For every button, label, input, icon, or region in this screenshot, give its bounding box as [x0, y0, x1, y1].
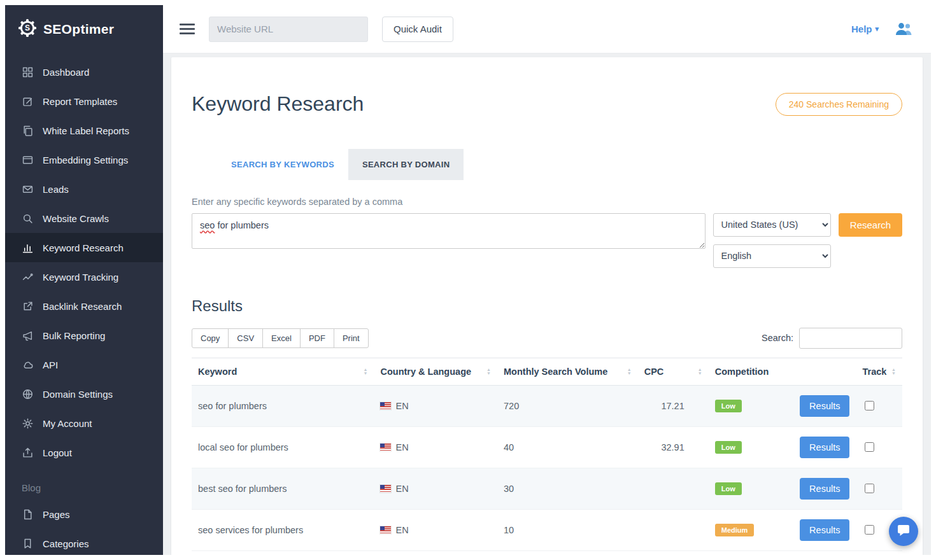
column-header-keyword[interactable]: Keyword▲▼ — [192, 358, 374, 385]
search-volume-cell: 40 — [497, 426, 638, 468]
keywords-field-label: Enter any specific keywords separated by… — [192, 197, 902, 207]
embedding-settings-icon — [22, 154, 33, 165]
cpc-cell: 32.91 — [638, 426, 709, 468]
sidebar-item-domain-settings[interactable]: Domain Settings — [5, 379, 163, 409]
keyword-research-card: Keyword Research 240 Searches Remaining … — [171, 57, 923, 555]
sidebar-item-label: Keyword Research — [43, 242, 124, 253]
tab-search-by-keywords[interactable]: SEARCH BY KEYWORDS — [217, 149, 348, 180]
sort-icon[interactable]: ▲▼ — [364, 368, 368, 375]
results-table-body: seo for plumbersEN72017.21LowResultsloca… — [192, 385, 902, 550]
sidebar-item-report-templates[interactable]: Report Templates — [5, 87, 163, 116]
language-label: EN — [395, 484, 408, 494]
column-header-cpc[interactable]: CPC▲▼ — [638, 358, 709, 385]
us-flag-icon — [380, 402, 391, 410]
sidebar-item-keyword-tracking[interactable]: Keyword Tracking — [5, 262, 163, 291]
search-volume-cell: 720 — [497, 385, 638, 426]
website-crawls-icon — [22, 213, 33, 224]
quick-audit-button[interactable]: Quick Audit — [382, 17, 453, 42]
us-flag-icon — [380, 444, 391, 451]
search-volume-cell: 10 — [497, 509, 638, 550]
action-cell: Results — [793, 468, 856, 509]
country-select[interactable]: United States (US) — [713, 213, 831, 237]
table-search-input[interactable] — [799, 328, 902, 349]
report-templates-icon — [22, 95, 33, 107]
results-button[interactable]: Results — [800, 437, 849, 458]
brand-logo[interactable]: S SEOptimer — [5, 5, 163, 53]
sort-icon[interactable]: ▲▼ — [486, 368, 491, 375]
language-select[interactable]: English — [713, 244, 831, 268]
sidebar-item-label: Embedding Settings — [43, 155, 128, 165]
column-header-label: Monthly Search Volume — [504, 367, 607, 377]
sidebar-item-logout[interactable]: Logout — [5, 438, 163, 467]
sidebar-item-keyword-research[interactable]: Keyword Research — [5, 233, 163, 262]
column-header-label: Country & Language — [380, 367, 471, 377]
my-account-icon — [22, 417, 33, 429]
export-copy-button[interactable]: Copy — [192, 328, 229, 348]
white-label-reports-icon — [22, 125, 33, 136]
results-button[interactable]: Results — [800, 478, 849, 500]
column-header-label: CPC — [644, 367, 664, 377]
table-header-row: Keyword▲▼Country & Language▲▼Monthly Sea… — [192, 358, 902, 385]
backlink-research-icon — [22, 300, 33, 312]
competition-cell: Low — [709, 468, 793, 509]
website-url-input[interactable] — [209, 17, 368, 42]
results-table: Keyword▲▼Country & Language▲▼Monthly Sea… — [192, 358, 902, 551]
chat-widget-button[interactable] — [889, 517, 918, 546]
column-header-country[interactable]: Country & Language▲▼ — [374, 358, 497, 385]
export-pdf-button[interactable]: PDF — [300, 328, 334, 348]
keywords-input[interactable]: seo for plumbers — [192, 213, 706, 249]
sidebar-item-categories[interactable]: Categories — [5, 529, 163, 555]
caret-down-icon: ▾ — [875, 25, 879, 33]
sidebar-item-pages[interactable]: Pages — [5, 500, 163, 529]
sidebar-item-label: Website Crawls — [43, 213, 109, 224]
results-button[interactable]: Results — [800, 519, 849, 541]
sidebar-item-api[interactable]: API — [5, 350, 163, 379]
sort-icon[interactable]: ▲▼ — [698, 368, 702, 375]
export-excel-button[interactable]: Excel — [262, 328, 301, 348]
sort-desc-icon: ▼ — [891, 372, 896, 375]
track-checkbox[interactable] — [865, 442, 874, 452]
sidebar-item-embedding-settings[interactable]: Embedding Settings — [5, 145, 163, 174]
sidebar-item-dashboard[interactable]: Dashboard — [5, 57, 163, 87]
sort-icon[interactable]: ▲▼ — [891, 368, 896, 375]
sidebar-item-bulk-reporting[interactable]: Bulk Reporting — [5, 321, 163, 350]
export-print-button[interactable]: Print — [334, 328, 369, 348]
competition-badge: Low — [715, 400, 742, 412]
track-checkbox[interactable] — [865, 401, 874, 410]
tab-search-by-domain[interactable]: SEARCH BY DOMAIN — [348, 149, 464, 180]
export-csv-button[interactable]: CSV — [228, 328, 263, 348]
account-users-icon[interactable] — [894, 21, 914, 37]
keyword-cell: local seo for plumbers — [192, 426, 374, 468]
country-language-cell: EN — [374, 426, 497, 468]
main-area: Quick Audit Help ▾ — [163, 5, 931, 555]
dashboard-icon — [22, 66, 33, 78]
track-checkbox[interactable] — [865, 484, 874, 493]
misspelled-word: seo — [200, 220, 215, 230]
sort-icon[interactable]: ▲▼ — [627, 368, 632, 375]
us-flag-icon — [380, 485, 391, 493]
sidebar-item-backlink-research[interactable]: Backlink Research — [5, 291, 163, 321]
country-language-cell: EN — [374, 385, 497, 426]
language-label: EN — [395, 442, 408, 452]
sidebar-item-website-crawls[interactable]: Website Crawls — [5, 204, 163, 233]
topbar: Quick Audit Help ▾ — [163, 5, 931, 53]
column-header-volume[interactable]: Monthly Search Volume▲▼ — [497, 358, 638, 385]
logout-icon — [22, 447, 33, 458]
cpc-cell — [638, 509, 709, 550]
language-label: EN — [395, 401, 408, 411]
track-checkbox[interactable] — [865, 525, 874, 535]
search-form: seo for plumbers United States (US) Engl… — [192, 213, 902, 268]
research-button[interactable]: Research — [839, 213, 902, 237]
sidebar-item-white-label-reports[interactable]: White Label Reports — [5, 116, 163, 145]
leads-icon — [22, 183, 33, 195]
results-button[interactable]: Results — [800, 395, 849, 417]
sidebar-item-label: Logout — [43, 447, 72, 458]
help-menu[interactable]: Help ▾ — [851, 24, 879, 34]
column-header-action — [793, 358, 856, 385]
sidebar-item-leads[interactable]: Leads — [5, 174, 163, 204]
column-header-track[interactable]: Track▲▼ — [856, 358, 902, 385]
brand-name: SEOptimer — [43, 22, 114, 37]
hamburger-menu-icon[interactable] — [180, 24, 195, 34]
app-window: S SEOptimer DashboardReport TemplatesWhi… — [5, 5, 931, 555]
sidebar-item-my-account[interactable]: My Account — [5, 409, 163, 438]
